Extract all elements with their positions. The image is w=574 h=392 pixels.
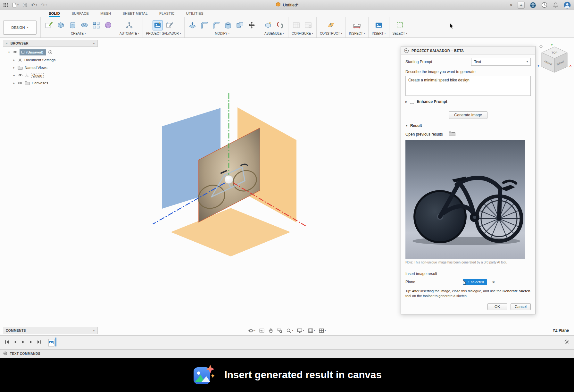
- origin-point[interactable]: [225, 175, 233, 184]
- ok-button[interactable]: OK: [487, 303, 507, 310]
- file-menu-icon[interactable]: ▾: [12, 3, 19, 8]
- orbit-icon[interactable]: ▾: [248, 328, 255, 333]
- visibility-eye-icon[interactable]: [18, 81, 23, 85]
- cancel-button[interactable]: Cancel: [511, 303, 531, 310]
- tab-utilities[interactable]: UTILITIES: [186, 12, 204, 17]
- new-tab-button[interactable]: +: [518, 2, 525, 9]
- select-menu[interactable]: SELECT▾: [393, 32, 407, 35]
- automate-menu[interactable]: AUTOMATE▾: [120, 32, 139, 35]
- notifications-bell-icon[interactable]: [553, 2, 559, 8]
- look-at-icon[interactable]: [259, 328, 264, 333]
- comments-menu-icon[interactable]: ●: [93, 329, 95, 332]
- timeline-canvas-feature[interactable]: [48, 338, 56, 347]
- step-back-icon[interactable]: [12, 339, 18, 346]
- fillet-icon[interactable]: [200, 21, 209, 30]
- generate-sketch-icon[interactable]: [165, 21, 174, 30]
- visibility-eye-icon[interactable]: [18, 74, 23, 77]
- result-expander-icon[interactable]: ▼: [405, 124, 408, 127]
- tab-solid[interactable]: SOLID: [49, 12, 60, 17]
- text-commands-bar[interactable]: TEXT COMMANDS: [0, 349, 574, 358]
- generated-bike-image[interactable]: [405, 140, 525, 259]
- extensions-icon[interactable]: [530, 2, 536, 8]
- enhance-prompt-checkbox[interactable]: [410, 100, 414, 104]
- starting-prompt-select[interactable]: Text ▾: [471, 58, 531, 66]
- timeline-settings-gear-icon[interactable]: [564, 339, 570, 346]
- design-workspace-selector[interactable]: DESIGN▾: [3, 21, 37, 35]
- generate-image-icon[interactable]: [153, 21, 162, 30]
- browser-item-root[interactable]: ▾ (Unsaved): [3, 48, 98, 56]
- job-status-icon[interactable]: [541, 2, 547, 8]
- create-torus-icon[interactable]: [79, 21, 89, 30]
- expand-icon[interactable]: ▸: [12, 81, 16, 85]
- construct-menu[interactable]: CONSTRUCT▾: [320, 32, 342, 35]
- create-box-icon[interactable]: [56, 21, 65, 30]
- redo-button[interactable]: ↷ ▾: [41, 2, 47, 8]
- close-document-icon[interactable]: ×: [510, 3, 512, 8]
- chamfer-icon[interactable]: [212, 21, 221, 30]
- skip-to-end-icon[interactable]: [37, 339, 42, 346]
- prompt-textarea[interactable]: Create a minimal speed bike design: [405, 76, 531, 96]
- zoom-icon[interactable]: ▾: [286, 328, 293, 333]
- xz-plane[interactable]: [171, 208, 290, 256]
- step-forward-icon[interactable]: [29, 339, 34, 346]
- minimize-dialog-icon[interactable]: –: [404, 48, 409, 53]
- display-settings-icon[interactable]: ▾: [297, 328, 304, 333]
- root-document-node[interactable]: (Unsaved): [20, 49, 46, 55]
- configure-menu[interactable]: CONFIGURE▾: [292, 32, 313, 35]
- create-pattern-icon[interactable]: [91, 21, 101, 30]
- generate-image-button[interactable]: Generate Image: [449, 111, 487, 119]
- save-icon[interactable]: [22, 3, 27, 7]
- skip-to-start-icon[interactable]: [4, 339, 10, 346]
- shell-icon[interactable]: [223, 21, 233, 30]
- joint-icon[interactable]: [275, 21, 285, 30]
- expand-icon[interactable]: ▸: [12, 66, 16, 69]
- browser-item-canvases[interactable]: ▸ Canvases: [3, 79, 98, 87]
- browser-item-origin[interactable]: ▸ Origin: [3, 71, 98, 79]
- collapse-browser-icon[interactable]: «: [6, 41, 8, 45]
- plane-selected-badge[interactable]: 1 selected: [463, 279, 487, 285]
- tab-surface[interactable]: SURFACE: [71, 12, 89, 17]
- expand-icon[interactable]: ▸: [12, 74, 16, 77]
- select-icon[interactable]: [395, 21, 405, 30]
- viewport-3d[interactable]: « BROWSER ● ▾ (Unsaved): [0, 38, 574, 335]
- home-view-icon[interactable]: [540, 45, 542, 48]
- expand-icon[interactable]: ▸: [12, 58, 16, 62]
- expand-icon[interactable]: ▾: [7, 51, 11, 54]
- open-results-folder-icon[interactable]: [449, 131, 455, 137]
- tab-mesh[interactable]: MESH: [100, 12, 111, 17]
- press-pull-icon[interactable]: [188, 21, 197, 30]
- project-salvador-menu[interactable]: PROJECT SALVADOR▾: [146, 32, 181, 35]
- insert-canvas-icon[interactable]: [374, 21, 384, 30]
- grid-settings-icon[interactable]: ▾: [308, 328, 315, 333]
- undo-button[interactable]: ↶ ▾: [31, 2, 37, 8]
- configure-table-icon[interactable]: [292, 21, 301, 30]
- activate-radio-icon[interactable]: [48, 50, 53, 54]
- tab-plastic[interactable]: PLASTIC: [159, 12, 175, 17]
- enhance-expander-icon[interactable]: ▶: [405, 100, 407, 103]
- modify-menu[interactable]: MODIFY▾: [215, 32, 229, 35]
- browser-item-document-settings[interactable]: ▸ Document Settings: [3, 56, 98, 64]
- automate-icon[interactable]: [125, 21, 134, 30]
- clear-selection-icon[interactable]: ×: [492, 279, 495, 285]
- create-cylinder-icon[interactable]: [68, 21, 77, 30]
- combine-icon[interactable]: [235, 21, 245, 30]
- zoom-window-icon[interactable]: [277, 328, 282, 333]
- new-component-icon[interactable]: [263, 21, 273, 30]
- view-cube[interactable]: TOP FRONT RIGHT Y Z X: [536, 43, 573, 75]
- create-form-icon[interactable]: [103, 21, 113, 30]
- viewports-icon[interactable]: ▾: [319, 328, 326, 333]
- pan-icon[interactable]: [268, 328, 273, 333]
- user-avatar[interactable]: [564, 2, 571, 9]
- create-menu[interactable]: CREATE▾: [71, 32, 86, 35]
- measure-icon[interactable]: [352, 21, 362, 30]
- move-copy-icon[interactable]: [247, 21, 257, 30]
- visibility-eye-icon[interactable]: [12, 51, 18, 54]
- insert-menu[interactable]: INSERT▾: [372, 32, 386, 35]
- assemble-menu[interactable]: ASSEMBLE▾: [264, 32, 284, 35]
- timeline-position-marker[interactable]: [55, 338, 56, 346]
- browser-menu-icon[interactable]: ●: [93, 42, 95, 45]
- create-sketch-icon[interactable]: [44, 21, 54, 30]
- play-icon[interactable]: [21, 339, 26, 346]
- construct-plane-icon[interactable]: [326, 21, 336, 30]
- configure-insert-icon[interactable]: [304, 21, 313, 30]
